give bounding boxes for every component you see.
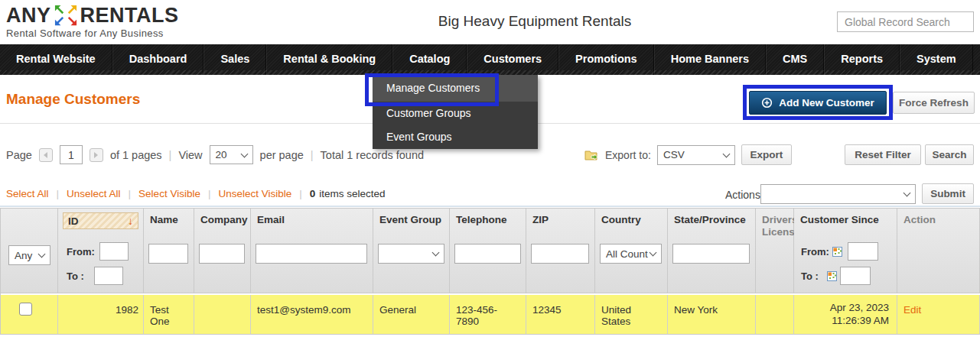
column-label-telephone: Telephone — [456, 214, 507, 226]
row-zip-cell: 12345 — [526, 295, 595, 335]
nav-item-home-banners[interactable]: Home Banners — [654, 44, 766, 75]
table-top-divider — [0, 206, 980, 207]
column-header-zip: ZIP — [526, 209, 595, 293]
since-to-label: To : — [801, 270, 819, 282]
edit-link[interactable]: Edit — [903, 304, 921, 316]
brand-logo-row: ANY RENTALS — [6, 4, 179, 27]
any-filter-select[interactable]: Any — [8, 245, 50, 265]
unselect-visible-link[interactable]: Unselect Visible — [218, 188, 291, 199]
add-new-customer-button[interactable]: Add New Customer — [749, 91, 887, 115]
add-new-customer-label: Add New Customer — [779, 97, 874, 108]
prev-page-button[interactable] — [39, 148, 53, 162]
column-header-event-group: Event Group — [373, 209, 450, 293]
export-format-select[interactable]: CSV — [657, 145, 735, 165]
sort-desc-icon: ↓ — [128, 215, 133, 226]
customer-since-time: 11:26:39 AM — [800, 314, 889, 327]
search-button[interactable]: Search — [925, 144, 974, 165]
email-filter-input[interactable] — [256, 244, 367, 264]
column-label-drivers-license: Drivers License — [762, 214, 790, 238]
site-title: Big Heavy Equipment Rentals — [438, 13, 631, 30]
nav-item-customers[interactable]: Customers — [467, 44, 558, 75]
column-header-customer-since: Customer Since From: To : — [794, 209, 897, 293]
nav-item-reports[interactable]: Reports — [824, 44, 900, 75]
id-sort-header[interactable]: ID ↓ — [63, 212, 138, 229]
chevron-down-icon — [650, 249, 657, 257]
submit-button[interactable]: Submit — [922, 183, 974, 204]
reset-filter-button[interactable]: Reset Filter — [845, 144, 921, 165]
event-group-filter-select[interactable] — [378, 244, 444, 264]
unselect-all-link[interactable]: Unselect All — [67, 188, 121, 199]
any-filter-value: Any — [15, 250, 32, 261]
zip-filter-input[interactable] — [531, 244, 589, 264]
of-pages-label: of 1 pages — [110, 149, 162, 161]
column-header-email: Email — [251, 209, 373, 293]
export-button[interactable]: Export — [741, 144, 792, 165]
row-checkbox[interactable] — [19, 303, 32, 316]
row-id-cell: 1982 — [58, 295, 144, 335]
country-filter-select[interactable]: All Count — [600, 244, 662, 264]
chevron-down-icon — [38, 251, 46, 258]
company-filter-input[interactable] — [199, 244, 245, 264]
total-records-label: Total 1 records found — [321, 149, 424, 161]
app-window: ANY RENTALS Rental Software for Any Busi… — [0, 0, 980, 353]
export-bar: Export to: CSV Export — [584, 144, 792, 165]
next-page-button[interactable] — [90, 148, 103, 162]
id-from-input[interactable] — [99, 242, 129, 261]
column-header-state-province: State/Province — [668, 209, 756, 293]
column-label-state-province: State/Province — [674, 214, 746, 226]
menu-item-customer-groups[interactable]: Customer Groups — [373, 102, 538, 125]
id-to-input[interactable] — [94, 267, 123, 285]
select-visible-link[interactable]: Select Visible — [138, 188, 200, 199]
state-filter-input[interactable] — [672, 244, 750, 264]
since-from-input[interactable] — [848, 242, 878, 261]
since-from-label: From: — [801, 246, 829, 257]
row-country-cell: United States — [595, 295, 668, 335]
telephone-filter-input[interactable] — [454, 244, 521, 264]
plus-circle-icon — [761, 97, 773, 108]
column-header-name: Name — [144, 209, 194, 293]
export-to-label: Export to: — [605, 149, 651, 161]
row-email-cell: test1@system9.com — [251, 295, 373, 335]
page-number-input[interactable] — [60, 145, 83, 164]
page-label: Page — [6, 149, 32, 161]
brand-logo: ANY RENTALS Rental Software for Any Busi… — [6, 4, 179, 39]
separator — [57, 188, 60, 199]
nav-item-dashboard[interactable]: Dashboard — [112, 44, 204, 75]
force-refresh-button[interactable]: Force Refresh — [893, 92, 975, 114]
since-to-input[interactable] — [840, 267, 871, 285]
column-label-zip: ZIP — [532, 214, 549, 226]
per-page-select[interactable]: 20 — [210, 145, 253, 164]
nav-item-rental-booking[interactable]: Rental & Booking — [266, 44, 392, 75]
column-label-name: Name — [150, 214, 178, 226]
nav-item-rental-website[interactable]: Rental Website — [0, 44, 112, 75]
nav-item-cms[interactable]: CMS — [766, 44, 824, 75]
nav-item-promotions[interactable]: Promotions — [558, 44, 654, 75]
menu-item-event-groups[interactable]: Event Groups — [373, 125, 538, 149]
column-header-checkbox: Any — [1, 209, 58, 293]
separator — [129, 188, 132, 199]
nav-item-catalog[interactable]: Catalog — [392, 44, 467, 75]
brand-tagline: Rental Software for Any Business — [6, 28, 179, 39]
select-all-link[interactable]: Select All — [6, 188, 49, 199]
chevron-down-icon — [903, 189, 911, 197]
per-page-value: 20 — [216, 149, 227, 160]
row-state-cell: New York — [668, 295, 756, 335]
main-navbar: Rental Website Dashboard Sales Rental & … — [0, 44, 980, 75]
column-header-company: Company — [194, 209, 251, 293]
nav-item-system[interactable]: System — [900, 44, 973, 75]
row-company-cell — [194, 295, 251, 335]
global-record-search-input[interactable] — [837, 11, 974, 32]
column-label-id: ID — [68, 215, 79, 227]
calendar-icon[interactable] — [832, 247, 842, 257]
column-label-customer-since: Customer Since — [800, 214, 879, 226]
prev-arrow-icon — [44, 152, 47, 158]
name-filter-input[interactable] — [148, 244, 188, 264]
per-page-label: per page — [260, 149, 304, 161]
row-checkbox-cell — [1, 295, 58, 335]
row-telephone-cell: 123-456-7890 — [450, 295, 526, 335]
column-header-id: ID ↓ From: To : — [58, 209, 144, 293]
nav-item-sales[interactable]: Sales — [203, 44, 266, 75]
menu-item-manage-customers[interactable]: Manage Customers — [373, 75, 538, 102]
actions-select[interactable] — [760, 184, 916, 204]
calendar-icon[interactable] — [827, 271, 837, 281]
